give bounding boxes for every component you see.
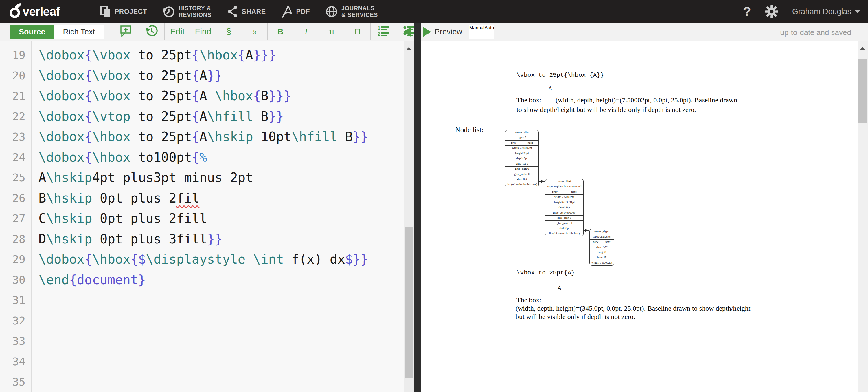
source-mode-button[interactable]: Source [10,25,54,38]
node-table-row: char: "A" [590,245,614,250]
code-line[interactable]: \dobox{\hbox{$\displaystyle \int f(x) dx… [38,249,402,270]
navbar-right: ? G [743,0,860,23]
pdf-caption-1b: to show depth/height but will be visible… [517,106,696,114]
history-clock-icon [163,5,175,18]
line-number: 32 [0,311,26,331]
scroll-up-arrow-icon[interactable] [406,44,412,50]
node-table-row: list (of nodes in this box) [505,182,538,187]
section-glyph: § [226,27,231,36]
track-changes-button[interactable] [139,23,165,40]
code-line[interactable]: C\hskip 0pt plus 2fill [38,208,402,229]
node-table-row: depth 0pt [505,156,538,161]
project-pages-icon [100,5,111,18]
code-line[interactable]: \dobox{\vtop to 25pt{A\hfill B}} [38,106,402,127]
node-table-row: width 7.50002pt [505,145,538,151]
rich-text-mode-button[interactable]: Rich Text [54,25,104,38]
help-button[interactable]: ? [743,4,751,20]
navbar-item-label: JOURNALS& SERVICES [341,5,378,18]
navbar-item-history-revisions[interactable]: HISTORY &REVISIONS [155,0,219,23]
navbar-item-pdf[interactable]: PDF [274,0,318,23]
line-number: 30 [0,270,26,290]
code-area[interactable]: \dobox{\vbox to 25pt{\hbox{A}}}\dobox{\v… [38,45,402,392]
line-number-gutter: 1920212223242526272829303132333435 [0,41,32,392]
auto-compile-button[interactable]: Auto [484,25,494,38]
display-math-glyph: Π [355,27,361,36]
compile-mode-toggle: Manual Auto [469,25,494,39]
code-line[interactable]: D\hskip 0pt plus 3fill}} [38,229,402,249]
pdf-scroll-up-arrow-icon[interactable] [860,44,865,50]
line-number: 33 [0,331,26,352]
code-line[interactable] [38,331,402,352]
collapse-editor-pane-button[interactable] [403,27,411,37]
pdf-caption-2b: but will be visible only if depth is not… [516,313,635,321]
pdf-wide-box: A [547,284,792,301]
code-line[interactable]: \dobox{\vbox to 25pt{A}} [38,65,402,86]
italic-button[interactable]: I [293,23,319,40]
navbar-item-journals-services[interactable]: JOURNALS& SERVICES [318,0,386,23]
code-line[interactable]: \dobox{\hbox to100pt{% [38,147,402,168]
source-editor[interactable]: 1920212223242526272829303132333435 \dobo… [0,41,414,392]
subsection-glyph: § [253,28,256,35]
chevron-down-icon [855,10,860,16]
bold-button[interactable]: B [268,23,293,40]
node-table-row: glue_order 0 [546,221,583,226]
pdf-scrollbar[interactable] [858,41,868,392]
editor-scrollbar-thumb[interactable] [405,227,413,378]
code-line[interactable]: \dobox{\hbox to 25pt{A\hskip 10pt\hfill … [38,127,402,147]
inline-math-button[interactable]: π [319,23,345,40]
node-table-row: prevnext [505,140,538,145]
numbered-list-button[interactable]: 1 2 [371,23,396,40]
user-menu[interactable]: Graham Douglas [792,7,860,16]
edit-menu-label: Edit [170,27,185,36]
code-line[interactable] [38,372,402,392]
pdf-the-box-label-1: The box: [517,96,541,104]
find-button[interactable]: Find [190,23,216,40]
overleaf-logo[interactable]: verleaf [9,0,60,23]
node-table-row: glue_order 0 [505,171,538,177]
pdf-node-list-label: Node list: [455,126,484,134]
edit-menu-button[interactable]: Edit [165,23,190,40]
manual-compile-button[interactable]: Manual [469,25,484,38]
pdf-code-line-1: \vbox to 25pt{\hbox {A}} [517,72,604,79]
recompile-play-icon[interactable] [423,27,431,37]
node-table-hlist: name: hlisttype: explicit box commandpre… [545,179,584,236]
code-line[interactable]: \dobox{\vbox to 25pt{\hbox{A}}} [38,45,402,65]
line-number: 23 [0,127,26,147]
save-status: up-to-date and saved [780,28,851,37]
code-line[interactable] [38,290,402,311]
add-comment-button[interactable] [113,23,139,40]
code-line[interactable]: B\hskip 0pt plus 2fil [38,188,402,208]
line-number: 20 [0,65,26,86]
navbar-item-project[interactable]: PROJECT [93,0,155,23]
pdf-caption-2a: (width, depth, height)=(345.0pt, 0.0pt, … [516,305,750,312]
code-line[interactable] [38,352,402,372]
line-number: 26 [0,188,26,208]
navbar-item-share[interactable]: SHARE [219,0,274,23]
subsection-button[interactable]: § [242,23,268,40]
node-table-row: shift 0pt [546,226,583,231]
preview-toolbar: Preview Manual Auto up-to-date and saved [421,23,868,41]
pane-divider[interactable] [414,23,421,392]
display-math-button[interactable]: Π [345,23,371,40]
share-icon [227,5,238,18]
code-line[interactable]: \end{document} [38,270,402,290]
settings-gear-icon[interactable] [765,5,778,18]
code-line[interactable] [38,311,402,331]
pdf-scrollbar-thumb[interactable] [859,58,867,123]
code-line[interactable]: A\hskip4pt plus3pt minus 2pt [38,167,402,188]
node-table-row: height 6.83331pt [546,200,583,205]
pdf-caption-1a: (width, depth, height)=(7.50002pt, 0.0pt… [556,96,737,104]
editor-scrollbar[interactable] [404,41,414,392]
pdf-small-box: A [548,86,553,104]
node-table-row: name: glyph [590,229,614,234]
code-line[interactable]: \dobox{\vbox to 25pt{A \hbox{B}}} [38,86,402,106]
pdf-small-box-char: A [548,85,552,91]
node-table-glyph: name: glyphtype: characterprevnextchar: … [589,229,614,266]
navbar-item-label: PROJECT [115,8,147,16]
section-button[interactable]: § [216,23,242,40]
node-table-row: width: 7.50002pt [590,260,614,265]
line-number: 27 [0,208,26,229]
node-table-vlist: name: vlisttype: 0prevnextwidth 7.50002p… [505,130,539,188]
pdf-preview-pane[interactable]: \vbox to 25pt{\hbox {A}} A The box: (wid… [421,41,868,392]
node-table-row: depth 0pt [546,205,583,210]
